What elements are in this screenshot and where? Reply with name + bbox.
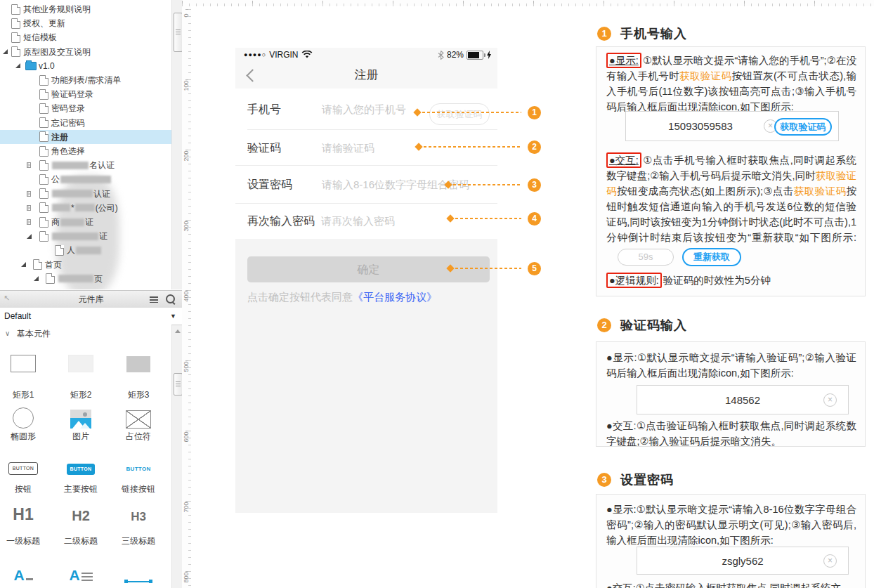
widget-thumb-primary-button-icon: BUTTON — [58, 462, 104, 475]
tree-item[interactable]: 短信模板 — [0, 30, 171, 44]
tree-expanded-icon[interactable] — [21, 262, 26, 267]
annotation-marker-2[interactable]: 2 — [528, 141, 541, 154]
widget-item-rect1[interactable] — [0, 353, 46, 372]
clear-icon[interactable]: × — [823, 393, 837, 407]
tree-expanded-icon[interactable] — [34, 276, 39, 281]
section-number-badge[interactable]: 3 — [597, 473, 611, 487]
form-row-phone[interactable]: 手机号 请输入您的手机号 获取验证码 — [235, 89, 497, 130]
tree-item[interactable]: 验证码登录 — [0, 87, 171, 101]
redacted-text — [58, 275, 93, 282]
annotation-marker-4[interactable]: 4 — [528, 212, 541, 226]
widget-item-h1[interactable]: H1 — [0, 502, 46, 524]
tree-item-label: 人 — [67, 243, 102, 257]
redacted-text — [60, 176, 111, 183]
spec-text: ●显示:①默认显示暗文提示“请输入验证码”;②输入验证码后输入框后面出现清除ic… — [606, 352, 856, 379]
widget-item-h3[interactable]: H3 — [115, 502, 162, 524]
form-row-code[interactable]: 验证码 请输验证码 — [235, 130, 497, 166]
tree-expanded-icon[interactable] — [27, 234, 32, 239]
example-retry-button[interactable]: 重新获取 — [682, 248, 741, 266]
annotation-marker-3[interactable]: 3 — [528, 178, 541, 192]
spec-label-red-boxed: ●显示: — [606, 53, 641, 68]
design-canvas[interactable]: ●●●●○ VIRGIN 82% — [191, 6, 874, 588]
tree-item[interactable]: 证 — [0, 229, 171, 243]
tree-collapsed-icon[interactable] — [27, 219, 31, 225]
widget-item-rect2[interactable] — [58, 353, 104, 372]
widget-scrollbar[interactable] — [171, 325, 183, 588]
tree-item[interactable]: 忘记密码 — [0, 116, 171, 130]
widget-item-text-label[interactable]: A — [0, 561, 46, 583]
widget-item-paragraph[interactable]: A — [58, 561, 104, 583]
annotation-marker-1[interactable]: 1 — [528, 106, 541, 119]
scroll-up-arrow[interactable] — [175, 329, 181, 333]
tree-item[interactable]: 公 — [0, 172, 171, 186]
widget-item-link-button[interactable]: BUTTON — [115, 462, 162, 475]
tree-item[interactable]: 授权、更新 — [0, 16, 171, 30]
tree-item[interactable]: 名认证 — [0, 158, 171, 172]
menu-icon[interactable] — [150, 296, 158, 303]
tree-item-label: v1.0 — [39, 59, 55, 73]
example-countdown-button[interactable]: 59s — [618, 249, 674, 266]
tree-expanded-icon[interactable] — [3, 49, 8, 54]
tree-item[interactable]: 页 — [0, 272, 171, 286]
form-row-password-confirm[interactable]: 再次输入密码 请再次输入密码 — [235, 204, 497, 239]
tree-collapsed-icon[interactable] — [27, 205, 31, 211]
tree-item[interactable]: 人 — [0, 243, 171, 257]
widget-item-button[interactable]: BUTTON — [0, 462, 46, 475]
tree-item[interactable]: 首页 — [0, 258, 171, 272]
spec-interact-paragraph: ●交互:①点击密码输入框时获取焦点,同时调起系统文 — [606, 580, 856, 588]
section-number-badge[interactable]: 2 — [597, 318, 611, 332]
tree-item[interactable]: 商证 — [0, 215, 171, 229]
widget-item-label: 图片 — [58, 431, 104, 443]
tree-item[interactable]: 功能列表/需求清单 — [0, 73, 171, 87]
tree-item-label: 其他业务规则说明 — [23, 2, 91, 16]
phone-input-placeholder[interactable]: 请输入您的手机号 — [322, 103, 406, 116]
widget-item-h-line[interactable] — [115, 561, 162, 583]
tree-expanded-icon[interactable] — [15, 63, 20, 68]
tree-item-label: 公 — [51, 172, 112, 186]
page-icon — [39, 131, 48, 142]
tree-item[interactable]: 认证 — [0, 187, 171, 201]
page-icon — [39, 202, 48, 213]
widget-item-label: 占位符 — [115, 431, 162, 443]
widget-item-rect3[interactable] — [115, 353, 162, 372]
annotation-marker-5[interactable]: 5 — [528, 262, 541, 275]
tree-item-label: 角色选择 — [51, 144, 85, 158]
tree-item[interactable]: v1.0 — [0, 59, 171, 73]
signal-dots-icon: ●●●●○ — [244, 51, 266, 58]
folder-icon — [25, 62, 37, 70]
tree-item-label: 密码登录 — [51, 101, 85, 115]
phone-nav-bar: 注册 — [235, 62, 497, 89]
widget-item-image[interactable] — [58, 407, 104, 429]
battery-percent: 82% — [447, 50, 464, 60]
spec-text: 验证码的时效性为5分钟 — [663, 275, 771, 286]
tree-collapsed-icon[interactable] — [27, 162, 31, 168]
tree-collapsed-icon[interactable] — [27, 191, 31, 197]
widget-thumb-text-label-icon: A — [0, 561, 46, 583]
tree-item-label: 名认证 — [51, 158, 115, 172]
example-get-code-button[interactable]: 获取验证码 — [774, 118, 832, 136]
clear-icon[interactable]: × — [823, 554, 837, 568]
get-code-button-disabled[interactable]: 获取验证码 — [429, 103, 490, 125]
tree-item[interactable]: *(公司) — [0, 201, 171, 215]
password-confirm-placeholder[interactable]: 请再次输入密码 — [321, 215, 395, 228]
example-phone-value: 15093059583 — [626, 112, 775, 141]
widget-item-label: 主要按钮 — [58, 483, 104, 495]
widget-section-header[interactable]: ∨ 基本元件 — [0, 327, 171, 340]
tree-item-selected[interactable]: 注册 — [0, 130, 171, 144]
tree-item[interactable]: 密码登录 — [0, 101, 171, 115]
widget-item-h2[interactable]: H2 — [58, 502, 104, 524]
confirm-button[interactable]: 确定 — [247, 256, 490, 282]
search-icon[interactable] — [166, 294, 175, 303]
widget-thumb-h3-icon: H3 — [115, 502, 162, 524]
platform-agreement-link[interactable]: 《平台服务协议》 — [353, 291, 437, 303]
section-number-badge[interactable]: 1 — [597, 27, 611, 41]
tree-scrollbar[interactable] — [171, 0, 183, 289]
widget-item-ellipse[interactable] — [0, 407, 46, 429]
widget-item-placeholder[interactable] — [115, 407, 162, 429]
widget-library-dropdown[interactable]: Default ▼ — [0, 308, 182, 325]
tree-item[interactable]: 其他业务规则说明 — [0, 2, 171, 16]
tree-item[interactable]: 原型图及交互说明 — [0, 45, 171, 59]
widget-item-primary-button[interactable]: BUTTON — [58, 462, 104, 475]
code-input-placeholder[interactable]: 请输验证码 — [322, 141, 374, 155]
tree-item[interactable]: 角色选择 — [0, 144, 171, 158]
